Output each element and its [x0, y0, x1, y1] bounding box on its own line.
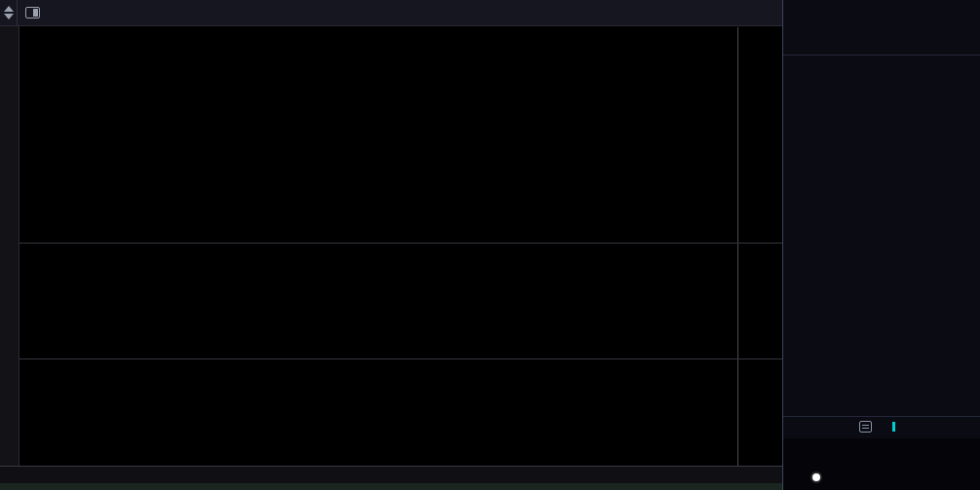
- divider: [783, 55, 980, 56]
- chart-area[interactable]: [19, 27, 737, 466]
- mini-bar: [892, 422, 895, 432]
- xaxis-corner: [0, 466, 19, 483]
- main-force-row: [783, 419, 980, 436]
- toolbar-scrollers[interactable]: [0, 0, 18, 25]
- panel-divider[interactable]: [19, 243, 782, 244]
- site-logo: [783, 438, 980, 490]
- price-axis-gutter: [737, 27, 782, 466]
- quote-panel: [782, 0, 980, 490]
- flower-center: [810, 471, 822, 483]
- time-axis[interactable]: [19, 466, 782, 483]
- list-icon[interactable]: [859, 421, 872, 433]
- trading-app-window: v ◇: [0, 0, 980, 490]
- left-sidebar: [0, 26, 19, 490]
- scroll-up-icon[interactable]: [4, 6, 14, 12]
- layout-toggle-icon[interactable]: [25, 7, 40, 19]
- panel-divider[interactable]: [19, 358, 782, 359]
- divider: [783, 416, 980, 417]
- scroll-down-icon[interactable]: [4, 14, 14, 19]
